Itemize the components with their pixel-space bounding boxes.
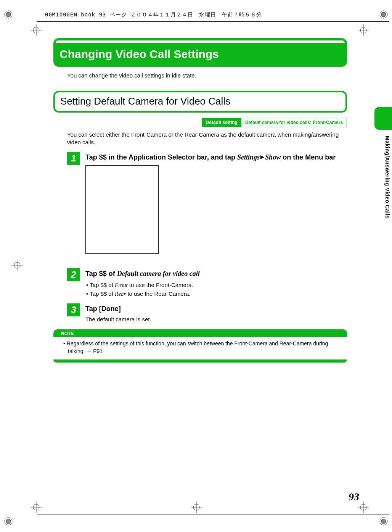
svg-point-3 xyxy=(381,12,386,17)
file-header-text: 00M1000EN.book 93 ページ ２００４年１１月２４日 水曜日 午前… xyxy=(45,11,262,18)
default-setting-box: Default setting Default camera for video… xyxy=(202,118,347,127)
svg-marker-26 xyxy=(260,155,264,159)
chapter-title: Changing Video Call Settings xyxy=(56,45,345,64)
note-box: NOTE • Regardless of the settings of thi… xyxy=(53,329,347,363)
default-setting-label: Default setting xyxy=(202,118,241,127)
step-two-bullets: Tap $$ of Front to use the Front-Camera.… xyxy=(86,281,347,298)
horizontal-rule-top xyxy=(37,21,389,22)
crop-crosshair-icon xyxy=(31,501,42,513)
step-number-badge: 1 xyxy=(67,152,80,165)
section-subtitle: Setting Default Camera for Video Calls xyxy=(60,95,342,107)
step-three-body: The default camera is set. xyxy=(85,316,347,322)
crop-crosshair-icon xyxy=(11,260,23,271)
screenshot-placeholder xyxy=(85,165,159,254)
crop-crosshair-icon xyxy=(358,501,369,513)
registration-mark-icon xyxy=(4,10,13,19)
default-setting-value: Default camera for video calls: Front-Ca… xyxy=(241,118,347,127)
intro-text: You can change the video call settings i… xyxy=(67,72,347,79)
step-two-title: Tap $$ of Default camera for video call xyxy=(85,270,347,278)
crop-crosshair-icon xyxy=(358,24,369,36)
section-subtitle-box: Setting Default Camera for Video Calls xyxy=(53,91,347,113)
chapter-title-box: Changing Video Call Settings xyxy=(53,38,347,67)
page-number: 93 xyxy=(349,491,359,503)
registration-mark-icon xyxy=(379,10,388,19)
section-body-text: You can select either the Front-Camera o… xyxy=(67,131,347,147)
section-side-label: Making/Answering Video Calls xyxy=(384,136,390,219)
svg-point-5 xyxy=(6,519,11,524)
step-number-badge: 3 xyxy=(67,303,80,316)
step-two: 2 Tap $$ of Default camera for video cal… xyxy=(67,268,347,298)
section-side-tab xyxy=(374,107,392,130)
step-one: 1 Tap $$ in the Application Selector bar… xyxy=(67,152,347,263)
step-one-title: Tap $$ in the Application Selector bar, … xyxy=(85,153,347,162)
registration-mark-icon xyxy=(379,517,388,526)
note-text: • Regardless of the settings of this fun… xyxy=(58,337,347,360)
crop-crosshair-icon xyxy=(31,24,42,36)
registration-mark-icon xyxy=(4,517,13,526)
svg-point-7 xyxy=(381,519,386,524)
horizontal-rule-bottom xyxy=(37,514,389,514)
step-three: 3 Tap [Done] The default camera is set. xyxy=(67,303,347,322)
note-label: NOTE xyxy=(61,331,74,336)
step-three-title: Tap [Done] xyxy=(85,305,347,313)
svg-point-1 xyxy=(6,12,11,17)
crop-crosshair-icon xyxy=(191,501,202,513)
triangle-right-icon xyxy=(260,153,265,161)
step-number-badge: 2 xyxy=(67,268,80,281)
